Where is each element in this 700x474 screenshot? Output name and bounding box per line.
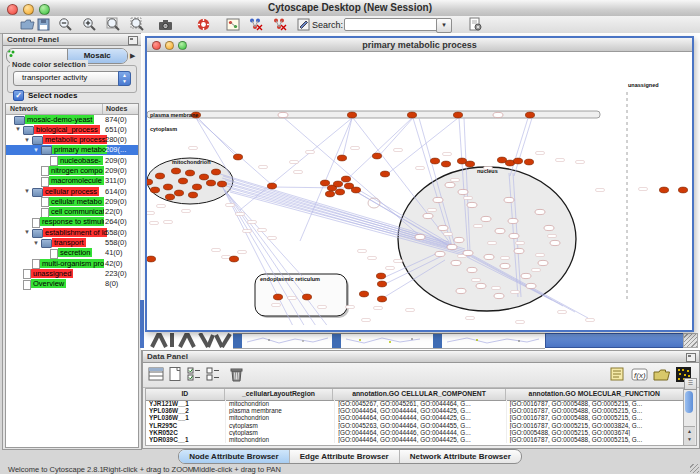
network-node[interactable] (423, 213, 433, 218)
network-node[interactable] (514, 248, 524, 253)
network-node[interactable] (438, 225, 448, 230)
network-node[interactable] (659, 187, 668, 193)
table-row[interactable]: YDR039C__1mitochondrion[GO:0044464, GO:0… (146, 436, 684, 443)
select-all-attributes-icon[interactable] (186, 366, 203, 383)
network-node[interactable] (497, 157, 506, 163)
network-node[interactable] (407, 112, 416, 118)
tree-node-label[interactable]: cellular process (43, 187, 99, 196)
network-edge[interactable] (510, 118, 528, 176)
tree-node-label[interactable]: nucleobase- (58, 156, 103, 165)
tree-row[interactable]: ▼primary metabo209(... (6, 145, 138, 155)
table-row[interactable]: YPL036W__1mitochondrion[GO:0044464, GO:0… (146, 414, 684, 421)
network-node[interactable] (453, 112, 462, 118)
network-node[interactable] (430, 158, 439, 164)
tree-node-label[interactable]: mosaic-demo-yeast (25, 115, 94, 124)
tree-node-label[interactable]: metabolic process (43, 135, 107, 144)
network-node[interactable] (229, 256, 238, 262)
table-row[interactable]: YPL036W__2plasma membrane[GO:0044464, GO… (146, 407, 684, 414)
table-scrollbar[interactable]: ☰ ▲▼ (683, 388, 697, 446)
self-loop-edge[interactable] (368, 198, 380, 208)
network-node[interactable] (535, 209, 545, 214)
network-view-frame[interactable]: primary metabolic process plasma membran… (145, 36, 694, 332)
network-node[interactable] (337, 155, 346, 161)
network-node[interactable] (320, 180, 329, 186)
network-node[interactable] (525, 112, 534, 118)
snapshot-icon[interactable] (158, 17, 173, 32)
destroy-view-icon[interactable] (248, 17, 263, 32)
tree-row[interactable]: macromolecule311(0) (6, 176, 138, 186)
tab-node-attribute-browser[interactable]: Node Attribute Browser (179, 450, 289, 463)
disclosure-triangle-icon[interactable]: ▼ (24, 229, 30, 236)
network-node[interactable] (476, 283, 486, 288)
search-dropdown-button[interactable]: ▾ (436, 18, 452, 33)
network-node[interactable] (217, 181, 226, 187)
network-node[interactable] (351, 187, 360, 193)
network-node[interactable] (415, 234, 425, 239)
tree-row[interactable]: nitrogen compo209(0) (6, 165, 138, 175)
unselect-all-attributes-icon[interactable] (205, 366, 222, 383)
background-window-strip[interactable] (233, 333, 332, 349)
network-node[interactable] (147, 179, 153, 185)
network-node[interactable] (484, 254, 494, 259)
network-node[interactable] (359, 291, 368, 297)
network-node[interactable] (302, 294, 311, 300)
network-node[interactable] (325, 191, 334, 197)
network-node[interactable] (174, 190, 183, 196)
network-node[interactable] (163, 184, 172, 190)
float-panel-icon[interactable] (686, 353, 696, 362)
tree-row[interactable]: cellular metabo209(0) (6, 196, 138, 206)
network-node[interactable] (494, 293, 504, 298)
column-header[interactable]: annotation.GO MOLECULAR_FUNCTION (506, 389, 684, 400)
disclosure-triangle-icon[interactable]: ▼ (24, 188, 30, 195)
tree-node-label[interactable]: biological_process (34, 125, 100, 134)
network-overview-icon[interactable] (226, 17, 241, 32)
network-node[interactable] (333, 181, 342, 187)
network-node[interactable] (465, 161, 474, 167)
zoom-selected-icon[interactable] (130, 17, 145, 32)
network-node[interactable] (341, 176, 350, 182)
search-input[interactable] (344, 18, 438, 31)
tree-row[interactable]: ▼metabolic process280(0) (6, 135, 138, 145)
network-node[interactable] (171, 168, 180, 174)
frame-resize-grip[interactable] (683, 333, 698, 348)
network-node[interactable] (165, 194, 174, 200)
network-node[interactable] (433, 197, 443, 202)
edit-metadata-icon[interactable] (609, 366, 626, 383)
annotation-icon[interactable] (296, 17, 311, 32)
network-node[interactable] (347, 112, 356, 118)
tree-node-label[interactable]: response to stimulu (40, 217, 104, 226)
network-node[interactable] (273, 294, 282, 300)
disclosure-triangle-icon[interactable]: ▼ (33, 147, 39, 154)
tree-node-label[interactable]: macromolecule (49, 176, 104, 185)
float-panel-icon[interactable] (128, 36, 138, 45)
network-edge[interactable] (226, 192, 302, 276)
background-window-bottom-border[interactable] (545, 333, 685, 348)
network-node[interactable] (504, 197, 514, 202)
tree-node-label[interactable]: establishment of lo (43, 228, 107, 237)
network-canvas[interactable]: plasma membranecytoplasmmitochondrionnuc… (147, 51, 688, 325)
tree-row[interactable]: ▼cellular process614(0) (6, 186, 138, 196)
zoom-out-icon[interactable] (58, 17, 73, 32)
import-attributes-icon[interactable] (653, 366, 670, 383)
tab-edge-attribute-browser[interactable]: Edge Attribute Browser (289, 450, 399, 463)
function-builder-icon[interactable]: f(x) (631, 366, 648, 383)
network-node[interactable] (493, 112, 503, 117)
network-node[interactable] (454, 237, 464, 242)
network-node[interactable] (513, 158, 522, 164)
network-node[interactable] (509, 233, 519, 238)
zoom-fit-icon[interactable] (106, 17, 121, 32)
network-edge[interactable] (340, 118, 412, 186)
dropdown-stepper-icon[interactable]: ▲▼ (118, 71, 131, 86)
tree-row[interactable]: unassigned223(0) (6, 268, 138, 278)
network-node[interactable] (544, 225, 554, 230)
network-node[interactable] (467, 267, 477, 272)
tree-row[interactable]: cell communicat22(0) (6, 207, 138, 217)
network-node[interactable] (147, 256, 156, 262)
window-resize-grip[interactable] (690, 464, 699, 473)
tree-row[interactable]: multi-organism pro42(0) (6, 258, 138, 268)
tree-node-label[interactable]: cellular metabo (49, 197, 104, 206)
network-node[interactable] (278, 112, 288, 117)
network-node[interactable] (199, 174, 208, 180)
network-node[interactable] (377, 281, 386, 287)
configure-search-icon[interactable] (468, 17, 483, 32)
